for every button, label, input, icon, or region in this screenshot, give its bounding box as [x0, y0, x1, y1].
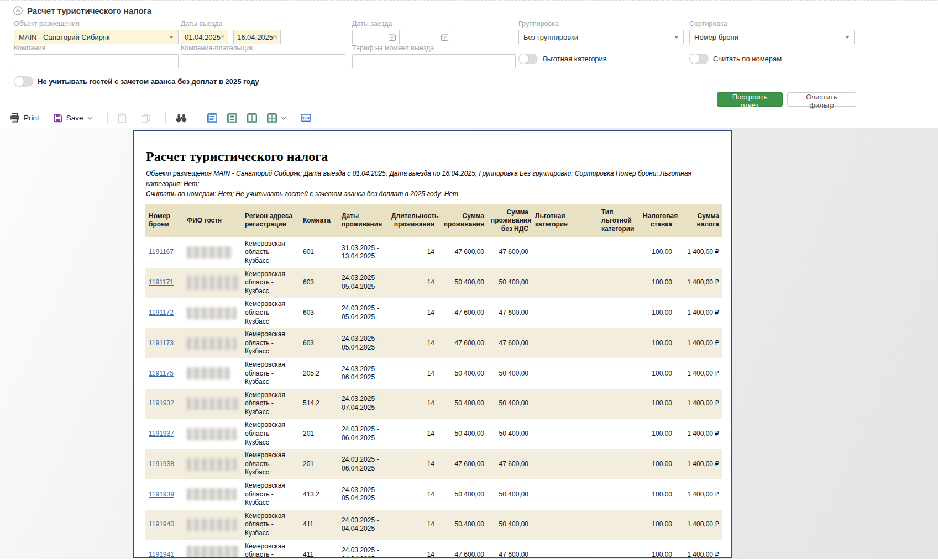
booking-number-link[interactable]: 1191172 [149, 309, 174, 316]
benefit-type-cell [598, 449, 640, 479]
col-tax-sum: Сумма налога [675, 204, 722, 237]
booking-number-link[interactable]: 1191167 [149, 248, 174, 256]
object-label: Объект размещения [14, 20, 179, 28]
room-cell: 411 [300, 540, 338, 558]
booking-number-link[interactable]: 1191937 [149, 430, 174, 437]
build-report-button[interactable]: Построить отчёт [717, 92, 783, 107]
booking-number-link[interactable]: 1191941 [149, 551, 174, 558]
find-button[interactable] [176, 114, 187, 123]
stay-length-cell: 14 [388, 237, 438, 267]
grouping-value: Без группировки [523, 33, 578, 41]
stay-dates-cell: 24.03.2025 - 05.04.2025 [338, 268, 388, 298]
stay-sum-cell: 50 400,00 [438, 389, 488, 419]
booking-number-link[interactable]: 1191939 [149, 490, 174, 498]
date-out-from-value: 01.04.2025 [185, 33, 221, 41]
filter-panel: Расчет туристического налога Объект разм… [0, 0, 938, 108]
stay-sum-no-vat-cell: 47 600,00 [488, 328, 532, 358]
chevron-down-icon [169, 36, 174, 39]
object-value: MAIN - Санаторий Сибиряк [19, 33, 110, 41]
booking-number-link[interactable]: 1191938 [149, 460, 174, 468]
sorting-select[interactable]: Номер брони [689, 30, 855, 44]
date-out-to-input[interactable]: 16.04.2025 7 [233, 30, 281, 44]
col-stay-sum: Сумма проживания [438, 204, 488, 237]
table-row: 1191940 Кемеровская область - Кузбасс 41… [145, 510, 722, 540]
col-tax-rate: Налоговая ставка [640, 204, 675, 237]
continuous-view-button[interactable] [227, 113, 237, 123]
tax-rate-cell: 100.00 [640, 479, 675, 510]
booking-number-link[interactable]: 1191932 [149, 399, 174, 407]
report-page: Расчет туристического налога Объект разм… [133, 130, 732, 558]
grid-view-button[interactable] [267, 113, 286, 123]
region-cell: Кемеровская область - Кузбасс [242, 540, 300, 558]
col-room: Комната [300, 204, 338, 237]
facing-pages-view-icon [247, 113, 257, 123]
sorting-label: Сортировка [689, 20, 855, 28]
chevron-down-icon [845, 36, 850, 39]
benefit-category-cell [532, 237, 598, 267]
room-cell: 514.2 [300, 389, 338, 419]
stay-dates-cell: 31.03.2025 - 13.04.2025 [338, 237, 388, 267]
grouping-select[interactable]: Без группировки [518, 30, 684, 44]
tax-sum-cell: 1 400,00 ₽ [675, 389, 722, 419]
skip-advance-guests-toggle[interactable] [14, 76, 33, 87]
tax-sum-cell: 1 400,00 ₽ [675, 358, 722, 389]
print-button[interactable]: Print [9, 113, 39, 123]
stay-dates-cell: 24.03.2025 - 06.04.2025 [338, 358, 388, 389]
stay-length-cell: 14 [388, 298, 438, 328]
guest-name-redacted [187, 458, 237, 471]
stay-dates-cell: 24.03.2025 - 05.04.2025 [338, 479, 388, 510]
date-in-from-input[interactable]: 7 [352, 30, 400, 44]
company-input[interactable] [14, 54, 179, 68]
facing-pages-view-button[interactable] [247, 113, 257, 123]
report-viewer-toolbar: Print Save ? [0, 108, 938, 128]
calendar-icon: 7 [441, 34, 448, 41]
save-button[interactable]: Save [54, 114, 93, 123]
tax-rate-cell: 100.00 [640, 237, 675, 267]
collapse-panel-icon[interactable] [13, 6, 23, 15]
clear-filter-button[interactable]: Очистить фильтр [787, 92, 856, 107]
benefit-type-cell [598, 389, 640, 419]
benefit-category-cell [532, 510, 598, 540]
benefit-category-cell [532, 328, 598, 358]
tariff-input[interactable] [352, 54, 516, 68]
dates-out-label: Даты выезда [181, 20, 281, 28]
benefit-category-cell [532, 419, 598, 449]
room-cell: 413.2 [300, 479, 338, 510]
report-viewer: Расчет туристического налога Объект разм… [0, 128, 938, 559]
stay-length-cell: 14 [388, 389, 438, 419]
stay-sum-cell: 47 600,00 [438, 237, 488, 267]
stay-dates-cell: 24.03.2025 - 07.04.2025 [338, 389, 388, 419]
benefit-type-cell [598, 298, 640, 328]
benefit-type-cell [598, 510, 640, 540]
calendar-icon: 7 [221, 34, 224, 41]
save-icon [54, 114, 62, 123]
region-cell: Кемеровская область - Кузбасс [242, 358, 300, 389]
chevron-down-icon [281, 117, 286, 120]
booking-number-link[interactable]: 1191173 [149, 339, 174, 347]
guest-name-redacted [187, 398, 240, 410]
booking-number-link[interactable]: 1191171 [149, 278, 174, 286]
date-in-to-input[interactable]: 7 [405, 30, 452, 44]
fit-page-width-button[interactable] [301, 114, 311, 122]
benefit-category-toggle[interactable] [518, 54, 538, 64]
tax-sum-cell: 1 400,00 ₽ [675, 328, 722, 358]
chevron-down-icon [87, 117, 93, 120]
tax-sum-cell: 1 400,00 ₽ [675, 510, 722, 540]
guest-name-redacted [187, 246, 232, 258]
dates-in-label: Даты заезда [352, 20, 452, 28]
svg-text:7: 7 [443, 36, 446, 40]
guest-name-redacted [187, 307, 237, 319]
tax-rate-cell: 100.00 [640, 358, 675, 389]
booking-number-link[interactable]: 1191940 [149, 520, 174, 528]
col-booking-number: Номер брони [145, 204, 184, 237]
object-select[interactable]: MAIN - Санаторий Сибиряк [14, 30, 179, 44]
booking-number-link[interactable]: 1191175 [149, 369, 174, 377]
payer-company-input[interactable] [181, 54, 345, 68]
tax-sum-cell: 1 400,00 ₽ [675, 268, 722, 298]
continuous-view-icon [227, 113, 237, 123]
tax-sum-cell: 1 400,00 ₽ [675, 479, 722, 510]
date-out-from-input[interactable]: 01.04.2025 7 [181, 30, 228, 44]
single-page-view-button[interactable] [207, 113, 217, 123]
count-by-rooms-toggle[interactable] [689, 54, 709, 64]
print-label: Print [24, 114, 39, 122]
